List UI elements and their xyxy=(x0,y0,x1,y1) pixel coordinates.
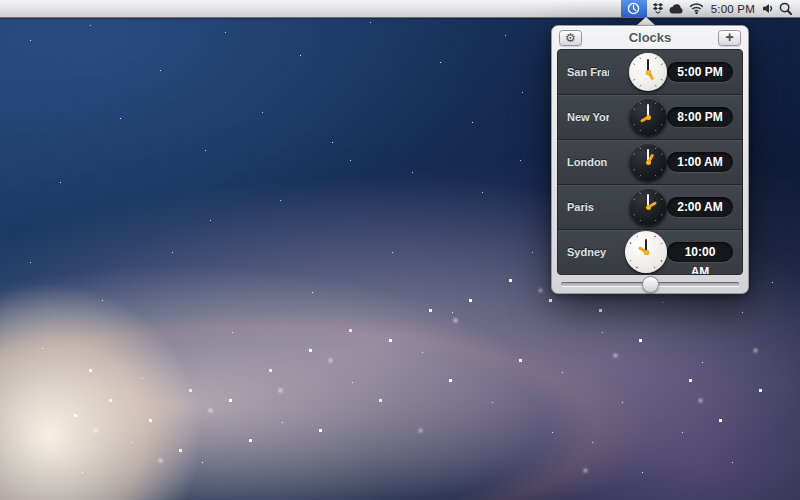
clock-row-san-francisco[interactable]: San Francisco 5:00 PM xyxy=(558,50,742,94)
city-label: San Francisco xyxy=(567,66,609,78)
clock-center-dot xyxy=(646,160,651,165)
menubar-time[interactable]: 5:00 PM xyxy=(709,0,757,17)
analog-clock-icon xyxy=(629,98,667,136)
analog-clock-icon xyxy=(629,53,667,91)
clock-center-dot xyxy=(646,205,651,210)
clock-center-dot xyxy=(646,115,651,120)
cloud-icon xyxy=(669,3,684,14)
city-label: Paris xyxy=(567,201,609,213)
gear-icon: ⚙ xyxy=(565,32,576,44)
settings-button[interactable]: ⚙ xyxy=(559,30,582,46)
volume-icon xyxy=(762,3,774,14)
clock-row-london[interactable]: London 1:00 AM xyxy=(558,139,742,184)
clock-row-new-york[interactable]: New York 8:00 PM xyxy=(558,94,742,139)
popover-title: Clocks xyxy=(629,30,672,45)
clock-list: San Francisco 5:00 PM New York 8:00 PM xyxy=(557,49,743,275)
popover-footer xyxy=(552,275,748,293)
clock-row-paris[interactable]: Paris 2:00 AM xyxy=(558,184,742,229)
time-badge: 10:00 AM xyxy=(667,242,733,262)
analog-clock-icon xyxy=(629,143,667,181)
menubar-spotlight-item[interactable] xyxy=(779,0,792,17)
clock-center-dot xyxy=(646,70,651,75)
popover-arrow xyxy=(637,17,655,25)
slider-thumb[interactable] xyxy=(642,276,659,293)
popover-window: ⚙ Clocks + San Francisco 5:00 PM New Yor… xyxy=(551,25,749,294)
menubar-cloud-item[interactable] xyxy=(669,0,684,17)
add-clock-button[interactable]: + xyxy=(718,30,741,46)
plus-icon: + xyxy=(725,30,733,44)
analog-clock-icon xyxy=(629,188,667,226)
dropbox-icon xyxy=(652,2,664,15)
menubar-dropbox-item[interactable] xyxy=(652,0,664,17)
menubar-volume-item[interactable] xyxy=(762,0,774,17)
clock-row-sydney[interactable]: Sydney 10:00 AM xyxy=(558,229,742,274)
menu-bar-status-items: 5:00 PM xyxy=(621,0,792,17)
time-slider[interactable] xyxy=(561,275,739,293)
menubar-clocks-item-selected[interactable] xyxy=(621,0,647,17)
clock-icon xyxy=(627,2,640,15)
time-badge: 8:00 PM xyxy=(667,107,733,127)
city-label: New York xyxy=(567,111,609,123)
time-badge: 2:00 AM xyxy=(667,197,733,217)
analog-clock-icon xyxy=(625,231,667,273)
spotlight-icon xyxy=(779,2,792,15)
menu-bar: 5:00 PM xyxy=(0,0,800,18)
time-badge: 5:00 PM xyxy=(667,62,733,82)
wifi-icon xyxy=(689,3,704,14)
clock-center-dot xyxy=(644,250,649,255)
city-label: Sydney xyxy=(567,246,609,258)
popover-header: ⚙ Clocks + xyxy=(552,26,748,49)
city-label: London xyxy=(567,156,609,168)
time-badge: 1:00 AM xyxy=(667,152,733,172)
menubar-wifi-item[interactable] xyxy=(689,0,704,17)
